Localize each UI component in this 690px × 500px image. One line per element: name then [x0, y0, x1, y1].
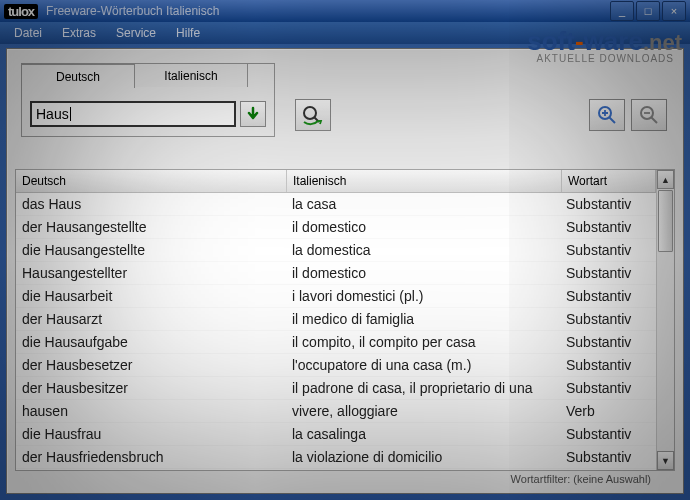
cell-wortart: Substantiv: [560, 354, 656, 376]
menu-file[interactable]: Datei: [6, 24, 50, 42]
cell-wortart: Substantiv: [560, 216, 656, 238]
col-wortart[interactable]: Wortart: [562, 170, 656, 192]
zoom-out-button[interactable]: [631, 99, 667, 131]
menu-service[interactable]: Service: [108, 24, 164, 42]
cell-deutsch: die Hausfrau: [16, 423, 286, 445]
results-table: Deutsch Italienisch Wortart das Hausla c…: [15, 169, 675, 471]
table-row[interactable]: die Hausfraula casalingaSubstantiv: [16, 423, 656, 446]
cell-deutsch: der Hausbesetzer: [16, 354, 286, 376]
cell-wortart: Substantiv: [560, 308, 656, 330]
scroll-thumb[interactable]: [658, 190, 673, 252]
col-italienisch[interactable]: Italienisch: [287, 170, 562, 192]
table-header: Deutsch Italienisch Wortart: [16, 170, 656, 193]
cell-italienisch: il domestico: [286, 262, 560, 284]
lookup-button[interactable]: [295, 99, 331, 131]
cell-deutsch: der Hausangestellte: [16, 216, 286, 238]
search-go-button[interactable]: [240, 101, 266, 127]
cell-wortart: Substantiv: [560, 377, 656, 399]
table-row[interactable]: der Hausbesetzerl'occupatore di una casa…: [16, 354, 656, 377]
cell-deutsch: der Hausbesitzer: [16, 377, 286, 399]
col-deutsch[interactable]: Deutsch: [16, 170, 287, 192]
cell-deutsch: der Hausarzt: [16, 308, 286, 330]
magnifier-swap-icon: [301, 104, 325, 126]
cell-deutsch: der Hausfriedensbruch: [16, 446, 286, 468]
cell-wortart: Substantiv: [560, 446, 656, 468]
cell-deutsch: die Hausarbeit: [16, 285, 286, 307]
table-row[interactable]: die Hausarbeiti lavori domestici (pl.)Su…: [16, 285, 656, 308]
status-bar: Wortartfilter: (keine Auswahl): [15, 473, 675, 489]
table-row[interactable]: der Hausfriedensbruchla violazione di do…: [16, 446, 656, 469]
cell-italienisch: il padrone di casa, il proprietario di u…: [286, 377, 560, 399]
cell-italienisch: il medico di famiglia: [286, 308, 560, 330]
table-row[interactable]: der Hausangestellteil domesticoSubstanti…: [16, 216, 656, 239]
magnifier-plus-icon: [596, 104, 618, 126]
cell-deutsch: die Hausangestellte: [16, 239, 286, 261]
vertical-scrollbar[interactable]: ▲ ▼: [656, 170, 674, 470]
cell-italienisch: vivere, alloggiare: [286, 400, 560, 422]
cell-wortart: Substantiv: [560, 331, 656, 353]
cell-italienisch: la casa: [286, 193, 560, 215]
client-area: Deutsch Italienisch Haus: [6, 48, 684, 494]
cell-wortart: Substantiv: [560, 285, 656, 307]
table-row[interactable]: hausenvivere, alloggiareVerb: [16, 400, 656, 423]
cell-deutsch: das Haus: [16, 193, 286, 215]
cell-italienisch: la violazione di domicilio: [286, 446, 560, 468]
cell-wortart: Verb: [560, 400, 656, 422]
cell-wortart: Substantiv: [560, 423, 656, 445]
text-caret: [70, 107, 71, 121]
table-row[interactable]: der Hausbesitzeril padrone di casa, il p…: [16, 377, 656, 400]
cell-italienisch: l'occupatore di una casa (m.): [286, 354, 560, 376]
table-row[interactable]: der Hausarztil medico di famigliaSubstan…: [16, 308, 656, 331]
tab-deutsch[interactable]: Deutsch: [21, 64, 135, 88]
menu-help[interactable]: Hilfe: [168, 24, 208, 42]
cell-italienisch: la casalinga: [286, 423, 560, 445]
titlebar: tulox Freeware-Wörterbuch Italienisch _ …: [0, 0, 690, 22]
menubar: Datei Extras Service Hilfe: [0, 22, 690, 44]
cell-deutsch: hausen: [16, 400, 286, 422]
search-group: Deutsch Italienisch Haus: [21, 63, 275, 137]
tab-italienisch[interactable]: Italienisch: [134, 63, 248, 87]
window-title: Freeware-Wörterbuch Italienisch: [46, 4, 219, 18]
cell-italienisch: il compito, il compito per casa: [286, 331, 560, 353]
app-logo: tulox: [4, 4, 38, 19]
table-row[interactable]: das Hausla casaSubstantiv: [16, 193, 656, 216]
scroll-down-button[interactable]: ▼: [657, 451, 674, 470]
cell-deutsch: die Hausaufgabe: [16, 331, 286, 353]
maximize-button[interactable]: □: [636, 1, 660, 21]
cell-wortart: Substantiv: [560, 193, 656, 215]
cell-wortart: Substantiv: [560, 262, 656, 284]
close-button[interactable]: ×: [662, 1, 686, 21]
minimize-button[interactable]: _: [610, 1, 634, 21]
table-row[interactable]: die Hausangestelltela domesticaSubstanti…: [16, 239, 656, 262]
cell-italienisch: i lavori domestici (pl.): [286, 285, 560, 307]
cell-italienisch: la domestica: [286, 239, 560, 261]
table-row[interactable]: die Hausaufgabeil compito, il compito pe…: [16, 331, 656, 354]
magnifier-minus-icon: [638, 104, 660, 126]
search-input[interactable]: Haus: [30, 101, 236, 127]
zoom-in-button[interactable]: [589, 99, 625, 131]
menu-extras[interactable]: Extras: [54, 24, 104, 42]
table-row[interactable]: Hausangestellteril domesticoSubstantiv: [16, 262, 656, 285]
search-input-value: Haus: [36, 106, 69, 122]
cell-wortart: Substantiv: [560, 239, 656, 261]
cell-italienisch: il domestico: [286, 216, 560, 238]
cell-deutsch: Hausangestellter: [16, 262, 286, 284]
scroll-up-button[interactable]: ▲: [657, 170, 674, 189]
arrow-down-icon: [245, 106, 261, 122]
